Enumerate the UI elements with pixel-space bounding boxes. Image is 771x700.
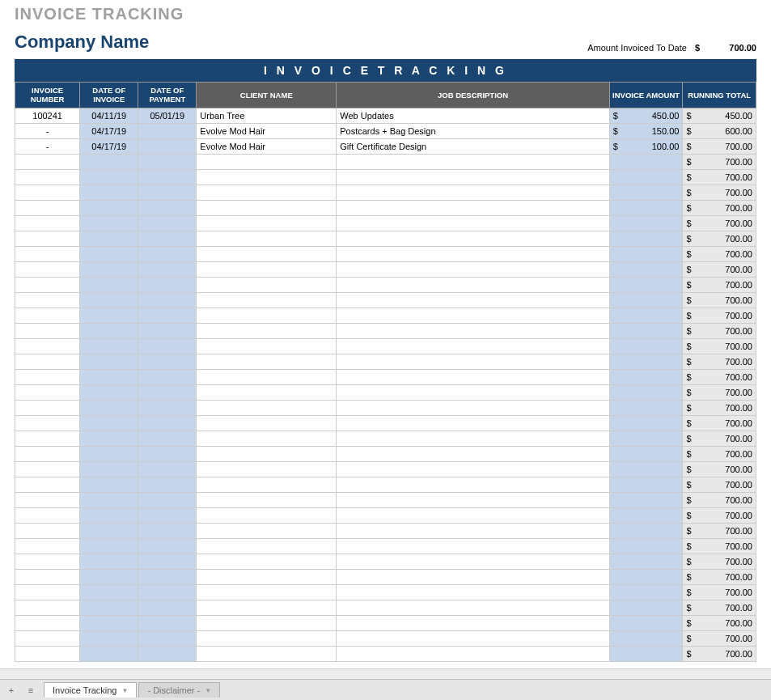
table-cell[interactable]: [15, 369, 80, 384]
table-cell[interactable]: [15, 200, 80, 215]
table-cell[interactable]: $600.00: [683, 123, 756, 138]
table-cell[interactable]: [138, 584, 197, 600]
table-cell[interactable]: $700.00: [683, 169, 756, 185]
table-cell[interactable]: [337, 338, 610, 354]
table-cell[interactable]: -: [15, 138, 80, 154]
table-cell[interactable]: [197, 431, 337, 446]
table-cell[interactable]: [337, 277, 610, 292]
table-cell[interactable]: [138, 138, 197, 154]
col-header-date-of-invoice[interactable]: DATE OF INVOICE: [80, 83, 138, 108]
table-cell[interactable]: $700.00: [683, 154, 756, 169]
table-cell[interactable]: [138, 446, 197, 461]
table-cell[interactable]: Evolve Mod Hair: [197, 123, 337, 138]
table-cell[interactable]: [80, 323, 138, 338]
table-cell[interactable]: [80, 554, 138, 569]
table-row[interactable]: $700.00: [15, 431, 756, 446]
table-cell[interactable]: [80, 154, 138, 169]
col-header-client-name[interactable]: CLIENT NAME: [197, 83, 337, 108]
table-row[interactable]: $700.00: [15, 584, 756, 600]
table-cell[interactable]: [609, 415, 683, 431]
table-cell[interactable]: [337, 400, 610, 415]
table-cell[interactable]: [337, 554, 610, 569]
table-cell[interactable]: [609, 584, 683, 600]
table-row[interactable]: $700.00: [15, 569, 756, 584]
table-cell[interactable]: [197, 323, 337, 338]
table-cell[interactable]: [15, 569, 80, 584]
table-cell[interactable]: [337, 492, 610, 507]
table-cell[interactable]: [15, 308, 80, 323]
table-cell[interactable]: $700.00: [683, 308, 756, 323]
table-cell[interactable]: [197, 215, 337, 231]
table-cell[interactable]: [337, 246, 610, 261]
table-cell[interactable]: [138, 600, 197, 615]
table-row[interactable]: $700.00: [15, 185, 756, 200]
table-cell[interactable]: [80, 200, 138, 215]
table-cell[interactable]: -: [15, 123, 80, 138]
table-cell[interactable]: [337, 630, 610, 646]
table-cell[interactable]: [138, 308, 197, 323]
table-cell[interactable]: [337, 477, 610, 492]
table-cell[interactable]: [197, 277, 337, 292]
table-cell[interactable]: Evolve Mod Hair: [197, 138, 337, 154]
table-cell[interactable]: [15, 507, 80, 523]
table-cell[interactable]: [609, 554, 683, 569]
table-cell[interactable]: [138, 246, 197, 261]
table-cell[interactable]: [80, 277, 138, 292]
table-cell[interactable]: [197, 338, 337, 354]
table-cell[interactable]: [138, 415, 197, 431]
table-cell[interactable]: $700.00: [683, 354, 756, 369]
table-cell[interactable]: [609, 354, 683, 369]
table-cell[interactable]: [138, 431, 197, 446]
table-cell[interactable]: [138, 200, 197, 215]
table-cell[interactable]: $700.00: [683, 569, 756, 584]
table-cell[interactable]: [609, 431, 683, 446]
table-cell[interactable]: $700.00: [683, 477, 756, 492]
table-cell[interactable]: [138, 323, 197, 338]
table-row[interactable]: $700.00: [15, 461, 756, 477]
table-row[interactable]: $700.00: [15, 354, 756, 369]
table-cell[interactable]: $700.00: [683, 446, 756, 461]
table-cell[interactable]: [197, 354, 337, 369]
table-row[interactable]: $700.00: [15, 200, 756, 215]
table-cell[interactable]: [80, 415, 138, 431]
table-cell[interactable]: $700.00: [683, 584, 756, 600]
table-cell[interactable]: [80, 584, 138, 600]
table-cell[interactable]: $700.00: [683, 215, 756, 231]
table-cell[interactable]: [80, 261, 138, 277]
table-cell[interactable]: [138, 400, 197, 415]
table-cell[interactable]: [337, 415, 610, 431]
table-cell[interactable]: $700.00: [683, 200, 756, 215]
table-cell[interactable]: [197, 477, 337, 492]
table-row[interactable]: $700.00: [15, 261, 756, 277]
table-cell[interactable]: [15, 615, 80, 630]
table-cell[interactable]: $700.00: [683, 338, 756, 354]
table-cell[interactable]: $700.00: [683, 615, 756, 630]
table-cell[interactable]: [197, 246, 337, 261]
table-cell[interactable]: $700.00: [683, 492, 756, 507]
table-cell[interactable]: [337, 215, 610, 231]
table-cell[interactable]: [138, 354, 197, 369]
table-cell[interactable]: [609, 615, 683, 630]
table-cell[interactable]: [609, 215, 683, 231]
table-cell[interactable]: 04/17/19: [80, 123, 138, 138]
table-cell[interactable]: [138, 569, 197, 584]
all-sheets-button[interactable]: ≡: [24, 684, 37, 697]
table-cell[interactable]: [138, 554, 197, 569]
table-cell[interactable]: [609, 185, 683, 200]
table-cell[interactable]: [15, 215, 80, 231]
table-cell[interactable]: [80, 215, 138, 231]
table-cell[interactable]: [80, 492, 138, 507]
table-cell[interactable]: [609, 154, 683, 169]
table-row[interactable]: $700.00: [15, 538, 756, 554]
table-cell[interactable]: [337, 354, 610, 369]
table-cell[interactable]: [197, 600, 337, 615]
table-cell[interactable]: [15, 446, 80, 461]
table-cell[interactable]: $450.00: [609, 108, 683, 123]
table-cell[interactable]: [609, 630, 683, 646]
table-cell[interactable]: [337, 646, 610, 661]
table-cell[interactable]: [197, 384, 337, 400]
table-cell[interactable]: Web Updates: [337, 108, 610, 123]
table-row[interactable]: $700.00: [15, 246, 756, 261]
table-cell[interactable]: [15, 323, 80, 338]
table-row[interactable]: $700.00: [15, 292, 756, 308]
